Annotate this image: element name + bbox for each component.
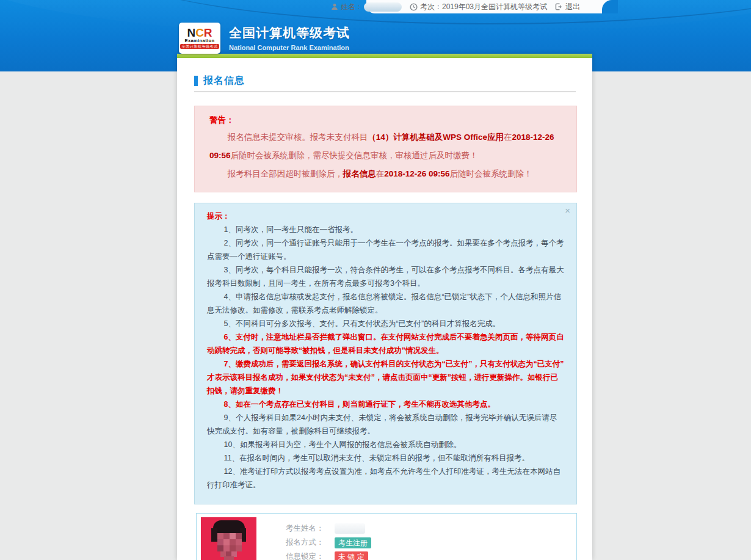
tip-item: 7、缴费成功后，需要返回报名系统，确认支付科目的支付状态为“已支付”，只有支付状… [207, 357, 564, 398]
title-divider [194, 92, 576, 92]
tip-item: 2、同考次，同一个通行证账号只能用于一个考生在一个考点的报考。如果要在多个考点报… [207, 236, 564, 263]
logo-strip-text: 全国计算机等级考试 [180, 44, 220, 49]
tips-heading: 提示： [207, 209, 564, 223]
brand-header: NCR Examination 全国计算机等级考试 全国计算机等级考试 Nati… [179, 23, 350, 54]
content-column: 报名信息 警告： 报名信息未提交审核。报考未支付科目（14）计算机基础及WPS … [177, 54, 592, 560]
user-name-redacted [364, 2, 402, 12]
tips-list: 1、同考次，同一考生只能在一省报考。 2、同考次，同一个通行证账号只能用于一个考… [207, 223, 564, 492]
candidate-profile-card: 考生姓名： 报名方式： 考生注册 信息锁定： 未 锁 定 [196, 513, 577, 560]
logo-letter: R [204, 26, 212, 39]
tips-box: × 提示： 1、同考次，同一考生只能在一省报考。 2、同考次，同一个通行证账号只… [194, 203, 577, 504]
title-accent-bar [194, 76, 198, 86]
tip-item: 6、支付时，注意地址栏是否拦截了弹出窗口。在支付网站支付完成后不要着急关闭页面，… [207, 330, 564, 357]
tip-item: 12、准考证打印方式以报考考点设置为准，如考点不允许考生个人打印准考证，考生无法… [207, 465, 564, 492]
logo-letter: C [195, 26, 204, 39]
profile-row: 报名方式： 考生注册 [286, 536, 371, 550]
page-title: 报名信息 [203, 75, 245, 87]
status-badge: 考生注册 [335, 537, 371, 548]
brand-text: 全国计算机等级考试 National Computer Rank Examina… [229, 23, 350, 51]
logo-letter: N [187, 26, 195, 39]
ncre-logo: NCR Examination 全国计算机等级考试 [179, 23, 220, 54]
field-label: 考生姓名： [286, 523, 335, 534]
green-accent-strip [177, 54, 592, 58]
tip-item: 11、在报名时间内，考生可以取消未支付、未锁定科目的报考，但不能取消所有科目报考… [207, 451, 564, 465]
warning-paragraph-1: 报名信息未提交审核。报考未支付科目（14）计算机基础及WPS Office应用在… [209, 128, 562, 165]
candidate-photo [201, 517, 256, 560]
tip-item: 4、申请报名信息审核或发起支付，报名信息将被锁定。报名信息“已锁定”状态下，个人… [207, 290, 564, 317]
tip-item: 1、同考次，同一考生只能在一省报考。 [207, 223, 564, 236]
field-label: 信息锁定： [286, 551, 335, 560]
profile-fields: 考生姓名： 报名方式： 考生注册 信息锁定： 未 锁 定 [286, 517, 371, 560]
site-title: 全国计算机等级考试 [229, 24, 350, 42]
user-session-bar: 姓名： 考次： 2019年03月全国计算机等级考试 退出 [366, 0, 618, 13]
warning-box: 警告： 报名信息未提交审核。报考未支付科目（14）计算机基础及WPS Offic… [194, 106, 577, 192]
profile-row: 信息锁定： 未 锁 定 [286, 550, 371, 560]
redacted-value [335, 523, 365, 534]
logout-button[interactable]: 退出 [555, 2, 580, 12]
logout-label: 退出 [565, 2, 580, 12]
tip-item: 10、如果报考科目为空，考生个人网报的报名信息会被系统自动删除。 [207, 438, 564, 451]
logo-examination-text: Examination [185, 38, 215, 43]
ncre-logo-letters: NCR [187, 27, 212, 38]
section-title-row: 报名信息 [194, 74, 575, 87]
tip-item: 9、个人报考科目如果24小时内未支付、未锁定，将会被系统自动删除，报考完毕并确认… [207, 411, 564, 438]
userbar-corner-decoration [602, 0, 618, 13]
profile-row: 考生姓名： [286, 522, 371, 536]
session-label: 考次： [420, 2, 442, 12]
user-name-group: 姓名： [331, 2, 402, 12]
session-value: 2019年03月全国计算机等级考试 [442, 2, 547, 12]
user-icon [331, 3, 338, 10]
status-badge: 未 锁 定 [335, 551, 368, 560]
close-icon[interactable]: × [565, 206, 570, 215]
exam-registration-page: 姓名： 考次： 2019年03月全国计算机等级考试 退出 NCR Exami [0, 0, 751, 560]
field-label: 报名方式： [286, 537, 335, 548]
user-name-label: 姓名： [341, 2, 363, 12]
logout-icon [555, 3, 563, 10]
warning-paragraph-2: 报考科目全部因超时被删除后，报名信息在2018-12-26 09:56后随时会被… [209, 165, 562, 183]
warning-heading: 警告： [209, 112, 562, 128]
site-subtitle: National Computer Rank Examination [229, 44, 350, 51]
tip-item: 3、同考次，每个科目只能报考一次，符合条件的考生，可以在多个考点报考不同科目。各… [207, 263, 564, 290]
tip-item: 5、不同科目可分多次报考、支付。只有支付状态为“已支付”的科目才算报名完成。 [207, 317, 564, 330]
tip-item: 8、如在一个考点存在已支付科目，则当前通行证下，考生不能再改选其他考点。 [207, 398, 564, 411]
session-group: 考次： 2019年03月全国计算机等级考试 [410, 2, 547, 12]
clock-icon [410, 3, 418, 11]
